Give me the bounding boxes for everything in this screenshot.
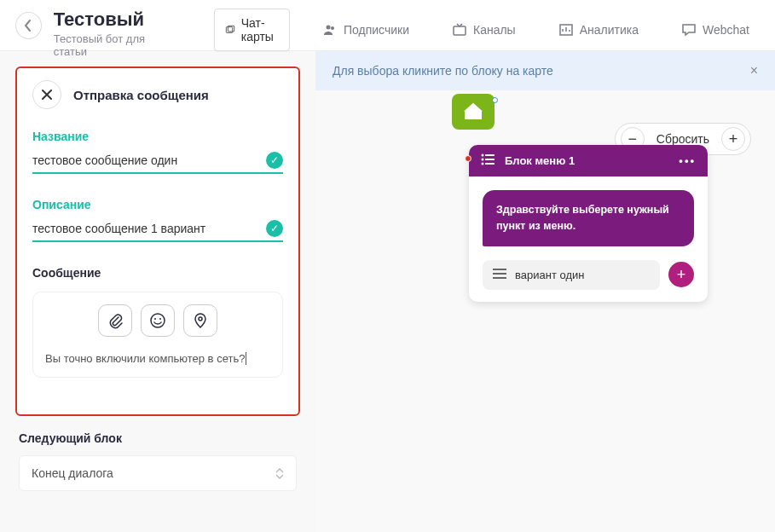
- description-input[interactable]: [32, 222, 266, 235]
- tab-subscribers[interactable]: Подписчики: [312, 15, 419, 44]
- message-box: Вы точно включили компьютер в сеть?: [32, 292, 283, 378]
- people-icon: [322, 22, 338, 38]
- svg-rect-16: [493, 269, 506, 270]
- message-panel: Отправка сообщения Название ✓ Описание ✓: [15, 66, 300, 416]
- tab-label: Аналитика: [580, 23, 639, 37]
- svg-rect-15: [485, 163, 494, 165]
- name-label: Название: [32, 130, 283, 143]
- svg-point-8: [159, 318, 161, 320]
- emoji-button[interactable]: [141, 304, 175, 337]
- tab-label: Подписчики: [344, 23, 409, 37]
- svg-rect-4: [454, 26, 466, 35]
- node-menu-button[interactable]: •••: [679, 154, 696, 167]
- svg-rect-18: [493, 277, 506, 279]
- tv-icon: [452, 22, 467, 38]
- svg-point-10: [482, 154, 484, 157]
- svg-point-9: [199, 317, 202, 321]
- paperclip-icon: [107, 312, 124, 329]
- menu-icon: [493, 268, 506, 282]
- home-node[interactable]: [452, 94, 494, 130]
- chat-icon: [681, 22, 697, 38]
- message-textarea[interactable]: Вы точно включили компьютер в сеть?: [45, 352, 270, 365]
- reset-button[interactable]: Сбросить: [653, 132, 713, 146]
- info-close-button[interactable]: ×: [750, 63, 758, 78]
- svg-point-6: [151, 314, 165, 327]
- page-title: Тестовый: [54, 9, 176, 31]
- info-text: Для выбора кликните по блоку на карте: [333, 64, 553, 78]
- node-title: Блок меню 1: [505, 154, 575, 167]
- svg-point-14: [482, 163, 484, 165]
- chart-icon: [558, 22, 574, 38]
- description-label: Описание: [32, 198, 283, 211]
- chevron-left-icon: [24, 20, 32, 32]
- menu-option[interactable]: вариант один: [483, 260, 660, 290]
- svg-point-2: [326, 25, 330, 29]
- attach-button[interactable]: [98, 304, 132, 337]
- tab-chat-maps[interactable]: Чат-карты: [214, 9, 290, 51]
- svg-rect-11: [485, 154, 494, 156]
- check-icon: ✓: [266, 152, 283, 169]
- list-icon: [481, 153, 496, 168]
- message-label: Сообщение: [32, 266, 283, 280]
- location-button[interactable]: [183, 304, 217, 337]
- svg-rect-13: [485, 159, 494, 160]
- name-input[interactable]: [32, 153, 266, 167]
- svg-point-3: [331, 26, 334, 30]
- svg-point-7: [154, 318, 156, 320]
- add-option-button[interactable]: +: [668, 262, 694, 287]
- svg-rect-17: [493, 273, 506, 275]
- svg-point-12: [482, 159, 484, 161]
- close-icon: [41, 89, 53, 101]
- connector-dot[interactable]: [465, 155, 471, 162]
- tab-analytics[interactable]: Аналитика: [548, 15, 649, 44]
- zoom-in-button[interactable]: +: [721, 127, 745, 151]
- cards-icon: [225, 22, 235, 38]
- tab-webchat[interactable]: Webchat: [671, 15, 760, 44]
- menu-block-node[interactable]: Блок меню 1 ••• Здравствуйте выберете ну…: [469, 145, 708, 302]
- tab-label: Чат-карты: [241, 16, 279, 43]
- close-button[interactable]: [32, 80, 61, 109]
- next-block-select[interactable]: Конец диалога: [19, 455, 297, 491]
- panel-title: Отправка сообщения: [73, 88, 209, 102]
- info-bar: Для выбора кликните по блоку на карте ×: [315, 51, 775, 90]
- home-icon: [461, 100, 485, 124]
- option-label: вариант один: [515, 269, 584, 281]
- tab-label: Webchat: [703, 23, 749, 37]
- next-block-value: Конец диалога: [32, 466, 113, 480]
- chevron-updown-icon: [275, 468, 284, 479]
- tab-channels[interactable]: Каналы: [442, 15, 526, 44]
- connector-dot[interactable]: [492, 97, 498, 103]
- smile-icon: [149, 312, 166, 329]
- tab-label: Каналы: [473, 23, 516, 37]
- pin-icon: [192, 312, 209, 329]
- back-button[interactable]: [15, 12, 42, 39]
- check-icon: ✓: [266, 220, 283, 237]
- next-block-label: Следующий блок: [19, 431, 297, 445]
- message-bubble: Здравствуйте выберете нужный пункт из ме…: [483, 190, 694, 246]
- flow-canvas[interactable]: Для выбора кликните по блоку на карте × …: [315, 51, 775, 532]
